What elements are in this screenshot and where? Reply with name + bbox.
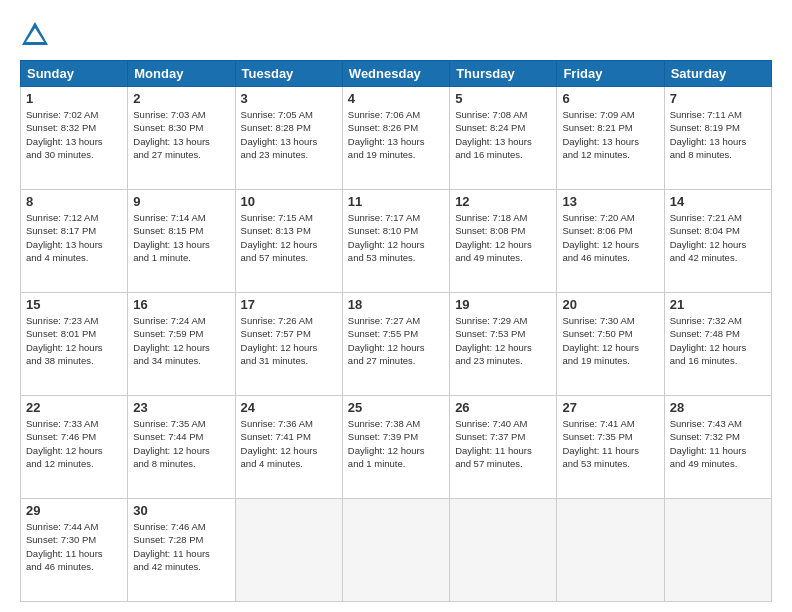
calendar-table: SundayMondayTuesdayWednesdayThursdayFrid… — [20, 60, 772, 602]
day-cell: 29Sunrise: 7:44 AMSunset: 7:30 PMDayligh… — [21, 499, 128, 602]
day-cell — [342, 499, 449, 602]
day-cell: 27Sunrise: 7:41 AMSunset: 7:35 PMDayligh… — [557, 396, 664, 499]
col-header-monday: Monday — [128, 61, 235, 87]
day-cell: 18Sunrise: 7:27 AMSunset: 7:55 PMDayligh… — [342, 293, 449, 396]
week-row-3: 15Sunrise: 7:23 AMSunset: 8:01 PMDayligh… — [21, 293, 772, 396]
day-cell: 2Sunrise: 7:03 AMSunset: 8:30 PMDaylight… — [128, 87, 235, 190]
day-cell: 21Sunrise: 7:32 AMSunset: 7:48 PMDayligh… — [664, 293, 771, 396]
day-cell: 11Sunrise: 7:17 AMSunset: 8:10 PMDayligh… — [342, 190, 449, 293]
week-row-2: 8Sunrise: 7:12 AMSunset: 8:17 PMDaylight… — [21, 190, 772, 293]
day-cell: 25Sunrise: 7:38 AMSunset: 7:39 PMDayligh… — [342, 396, 449, 499]
logo-icon — [20, 20, 50, 50]
day-cell: 16Sunrise: 7:24 AMSunset: 7:59 PMDayligh… — [128, 293, 235, 396]
day-cell: 4Sunrise: 7:06 AMSunset: 8:26 PMDaylight… — [342, 87, 449, 190]
week-row-1: 1Sunrise: 7:02 AMSunset: 8:32 PMDaylight… — [21, 87, 772, 190]
day-cell — [557, 499, 664, 602]
day-cell: 23Sunrise: 7:35 AMSunset: 7:44 PMDayligh… — [128, 396, 235, 499]
week-row-5: 29Sunrise: 7:44 AMSunset: 7:30 PMDayligh… — [21, 499, 772, 602]
week-row-4: 22Sunrise: 7:33 AMSunset: 7:46 PMDayligh… — [21, 396, 772, 499]
day-cell: 14Sunrise: 7:21 AMSunset: 8:04 PMDayligh… — [664, 190, 771, 293]
day-cell: 20Sunrise: 7:30 AMSunset: 7:50 PMDayligh… — [557, 293, 664, 396]
page: SundayMondayTuesdayWednesdayThursdayFrid… — [0, 0, 792, 612]
day-cell: 8Sunrise: 7:12 AMSunset: 8:17 PMDaylight… — [21, 190, 128, 293]
day-cell: 28Sunrise: 7:43 AMSunset: 7:32 PMDayligh… — [664, 396, 771, 499]
day-cell: 24Sunrise: 7:36 AMSunset: 7:41 PMDayligh… — [235, 396, 342, 499]
day-cell: 12Sunrise: 7:18 AMSunset: 8:08 PMDayligh… — [450, 190, 557, 293]
day-cell — [664, 499, 771, 602]
day-cell: 22Sunrise: 7:33 AMSunset: 7:46 PMDayligh… — [21, 396, 128, 499]
day-cell: 6Sunrise: 7:09 AMSunset: 8:21 PMDaylight… — [557, 87, 664, 190]
day-cell: 17Sunrise: 7:26 AMSunset: 7:57 PMDayligh… — [235, 293, 342, 396]
day-cell: 5Sunrise: 7:08 AMSunset: 8:24 PMDaylight… — [450, 87, 557, 190]
day-cell: 7Sunrise: 7:11 AMSunset: 8:19 PMDaylight… — [664, 87, 771, 190]
header-row: SundayMondayTuesdayWednesdayThursdayFrid… — [21, 61, 772, 87]
col-header-sunday: Sunday — [21, 61, 128, 87]
day-cell: 3Sunrise: 7:05 AMSunset: 8:28 PMDaylight… — [235, 87, 342, 190]
header — [20, 20, 772, 50]
col-header-wednesday: Wednesday — [342, 61, 449, 87]
day-cell: 10Sunrise: 7:15 AMSunset: 8:13 PMDayligh… — [235, 190, 342, 293]
day-cell: 1Sunrise: 7:02 AMSunset: 8:32 PMDaylight… — [21, 87, 128, 190]
day-cell: 9Sunrise: 7:14 AMSunset: 8:15 PMDaylight… — [128, 190, 235, 293]
col-header-tuesday: Tuesday — [235, 61, 342, 87]
col-header-friday: Friday — [557, 61, 664, 87]
day-cell: 30Sunrise: 7:46 AMSunset: 7:28 PMDayligh… — [128, 499, 235, 602]
logo — [20, 20, 55, 50]
day-cell: 15Sunrise: 7:23 AMSunset: 8:01 PMDayligh… — [21, 293, 128, 396]
day-cell: 13Sunrise: 7:20 AMSunset: 8:06 PMDayligh… — [557, 190, 664, 293]
day-cell: 19Sunrise: 7:29 AMSunset: 7:53 PMDayligh… — [450, 293, 557, 396]
day-cell: 26Sunrise: 7:40 AMSunset: 7:37 PMDayligh… — [450, 396, 557, 499]
day-cell — [235, 499, 342, 602]
col-header-thursday: Thursday — [450, 61, 557, 87]
day-cell — [450, 499, 557, 602]
col-header-saturday: Saturday — [664, 61, 771, 87]
